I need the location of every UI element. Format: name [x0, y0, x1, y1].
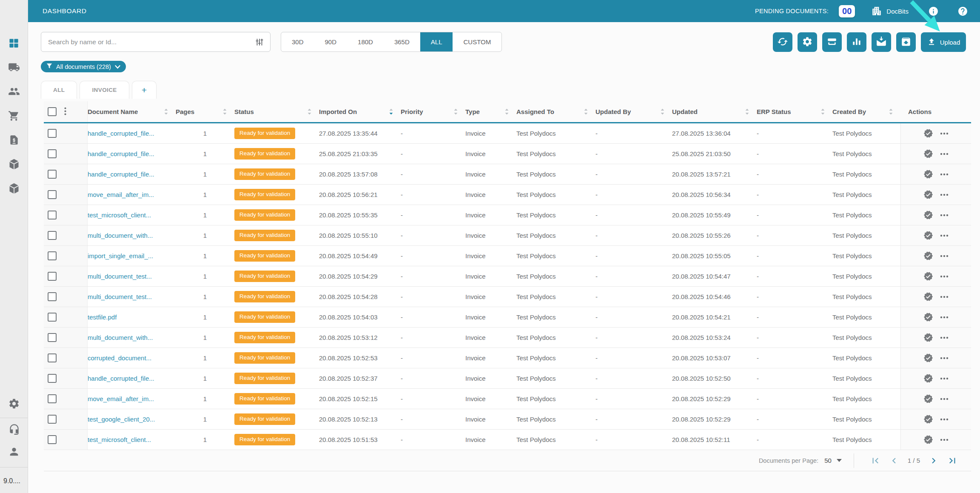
more-actions-icon[interactable]: [940, 234, 949, 237]
validated-badge-icon[interactable]: [923, 353, 933, 363]
more-actions-icon[interactable]: [940, 377, 949, 380]
validated-badge-icon[interactable]: [923, 190, 933, 199]
sidebar-item-profile[interactable]: [8, 446, 20, 459]
sidebar-item-purchase-orders[interactable]: [8, 110, 20, 123]
validated-badge-icon[interactable]: [923, 169, 933, 179]
validated-badge-icon[interactable]: [923, 292, 933, 302]
company-icon[interactable]: [871, 6, 882, 17]
row-checkbox[interactable]: [48, 415, 57, 424]
document-name-link[interactable]: multi_document_with...: [88, 334, 153, 341]
column-header-priority[interactable]: Priority: [401, 101, 465, 122]
sidebar-item-shipping[interactable]: [8, 62, 20, 74]
date-range-30d[interactable]: 30D: [281, 32, 314, 51]
document-name-link[interactable]: handle_corrupted_file...: [88, 130, 154, 137]
scanner-button[interactable]: [822, 32, 842, 52]
more-actions-icon[interactable]: [940, 153, 949, 155]
document-name-link[interactable]: multi_document_test...: [88, 293, 152, 300]
row-checkbox[interactable]: [48, 170, 57, 179]
more-actions-icon[interactable]: [940, 316, 949, 319]
column-header-type[interactable]: Type: [465, 101, 516, 122]
row-checkbox[interactable]: [48, 272, 57, 281]
next-page-button[interactable]: [928, 455, 939, 466]
column-header-erp_status[interactable]: ERP Status: [757, 101, 832, 122]
more-actions-icon[interactable]: [940, 418, 949, 421]
documents-filter-chip[interactable]: All documents (228): [41, 61, 126, 72]
help-icon[interactable]: [957, 6, 968, 17]
row-checkbox[interactable]: [48, 292, 57, 301]
more-actions-icon[interactable]: [940, 439, 949, 441]
date-range-90d[interactable]: 90D: [314, 32, 348, 51]
more-actions-icon[interactable]: [940, 214, 949, 217]
column-header-pages[interactable]: Pages: [176, 101, 234, 122]
more-actions-icon[interactable]: [940, 275, 949, 278]
document-name-link[interactable]: test_microsoft_client...: [88, 436, 151, 443]
column-header-imported_on[interactable]: Imported On: [319, 101, 401, 122]
column-header-assigned_to[interactable]: Assigned To: [516, 101, 595, 122]
validated-badge-icon[interactable]: [923, 312, 933, 322]
document-name-link[interactable]: handle_corrupted_file...: [88, 150, 154, 157]
validated-badge-icon[interactable]: [923, 231, 933, 240]
document-name-link[interactable]: move_email_after_im...: [88, 191, 154, 198]
document-name-link[interactable]: corrupted_document...: [88, 354, 151, 362]
info-icon[interactable]: [928, 6, 939, 17]
validated-badge-icon[interactable]: [923, 210, 933, 220]
add-tab-button[interactable]: +: [132, 81, 157, 99]
column-header-document_name[interactable]: Document Name: [88, 101, 176, 122]
document-name-link[interactable]: handle_corrupted_file...: [88, 171, 154, 178]
sidebar-item-invoices[interactable]: [8, 134, 20, 147]
sidebar-item-inventory[interactable]: [8, 183, 20, 196]
column-menu-kebab-icon[interactable]: [64, 107, 66, 117]
last-page-button[interactable]: [947, 455, 958, 466]
more-actions-icon[interactable]: [940, 296, 949, 298]
row-checkbox[interactable]: [48, 190, 57, 199]
document-name-link[interactable]: handle_corrupted_file...: [88, 375, 154, 382]
sidebar-item-dashboard[interactable]: [8, 37, 20, 50]
row-checkbox[interactable]: [48, 374, 57, 383]
column-header-updated[interactable]: Updated: [672, 101, 757, 122]
row-checkbox[interactable]: [48, 129, 57, 138]
export-button[interactable]: [896, 32, 916, 52]
validated-badge-icon[interactable]: [923, 333, 933, 342]
validated-badge-icon[interactable]: [923, 251, 933, 261]
validated-badge-icon[interactable]: [923, 373, 933, 383]
validated-badge-icon[interactable]: [923, 435, 933, 445]
row-checkbox[interactable]: [48, 231, 57, 240]
search-input[interactable]: [41, 32, 270, 51]
row-checkbox[interactable]: [48, 313, 57, 322]
validated-badge-icon[interactable]: [923, 271, 933, 281]
date-range-365d[interactable]: 365D: [384, 32, 420, 51]
more-actions-icon[interactable]: [940, 194, 949, 196]
validated-badge-icon[interactable]: [923, 394, 933, 404]
document-name-link[interactable]: testfile.pdf: [88, 313, 117, 321]
row-checkbox[interactable]: [48, 353, 57, 362]
validated-badge-icon[interactable]: [923, 149, 933, 159]
refresh-button[interactable]: [773, 32, 792, 52]
row-checkbox[interactable]: [48, 149, 57, 158]
date-range-custom[interactable]: CUSTOM: [453, 32, 501, 51]
document-name-link[interactable]: import_single_email_...: [88, 252, 153, 259]
column-header-created_by[interactable]: Created By: [832, 101, 900, 122]
document-name-link[interactable]: move_email_after_im...: [88, 395, 154, 402]
sidebar-item-packages[interactable]: [8, 159, 20, 171]
filter-tune-icon[interactable]: [255, 37, 264, 48]
first-page-button[interactable]: [870, 455, 881, 466]
per-page-dropdown-icon[interactable]: [837, 459, 842, 462]
document-name-link[interactable]: test_microsoft_client...: [88, 211, 151, 219]
date-range-180d[interactable]: 180D: [347, 32, 384, 51]
row-checkbox[interactable]: [48, 251, 57, 260]
select-all-checkbox[interactable]: [48, 107, 57, 116]
document-name-link[interactable]: multi_document_with...: [88, 232, 153, 239]
document-name-link[interactable]: multi_document_test...: [88, 273, 152, 280]
column-header-updated_by[interactable]: Updated By: [595, 101, 672, 122]
validated-badge-icon[interactable]: [923, 414, 933, 424]
sidebar-item-settings[interactable]: [8, 398, 20, 411]
column-header-status[interactable]: Status: [234, 101, 319, 122]
more-actions-icon[interactable]: [940, 336, 949, 339]
row-checkbox[interactable]: [48, 211, 57, 219]
tab-all[interactable]: ALL: [41, 81, 77, 99]
row-checkbox[interactable]: [48, 394, 57, 403]
more-actions-icon[interactable]: [940, 357, 949, 359]
upload-button[interactable]: Upload: [921, 32, 966, 52]
more-actions-icon[interactable]: [940, 173, 949, 176]
tab-invoice[interactable]: INVOICE: [80, 81, 129, 99]
